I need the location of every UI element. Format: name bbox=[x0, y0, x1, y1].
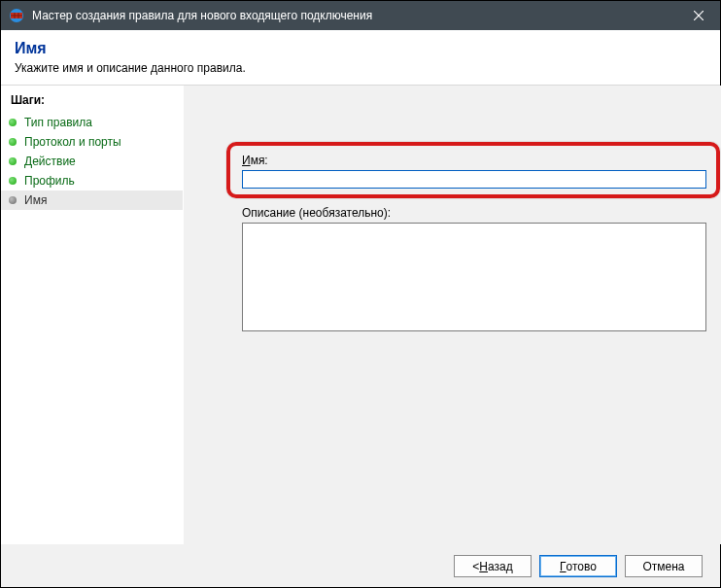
steps-caption: Шаги: bbox=[1, 89, 183, 113]
steps-sidebar: Шаги: Тип правила Протокол и порты Дейст… bbox=[1, 86, 184, 544]
step-rule-type[interactable]: Тип правила bbox=[1, 113, 183, 132]
step-profile[interactable]: Профиль bbox=[1, 171, 183, 190]
page-subtitle: Укажите имя и описание данного правила. bbox=[15, 61, 706, 75]
name-field-group: Имя: bbox=[242, 154, 706, 189]
step-label: Тип правила bbox=[24, 116, 92, 129]
titlebar: Мастер создания правила для нового входя… bbox=[1, 1, 720, 30]
bullet-icon bbox=[9, 157, 17, 165]
finish-button[interactable]: Готово bbox=[539, 555, 617, 577]
step-name[interactable]: Имя bbox=[1, 190, 183, 210]
firewall-icon bbox=[9, 8, 24, 23]
close-button[interactable] bbox=[677, 1, 720, 30]
step-label: Имя bbox=[24, 193, 47, 207]
step-label: Действие bbox=[24, 155, 76, 168]
bullet-icon bbox=[9, 196, 17, 204]
wizard-body: Шаги: Тип правила Протокол и порты Дейст… bbox=[1, 85, 720, 544]
window-title: Мастер создания правила для нового входя… bbox=[32, 9, 372, 22]
description-label: Описание (необязательно): bbox=[242, 206, 706, 220]
wizard-window: Мастер создания правила для нового входя… bbox=[0, 0, 721, 588]
step-label: Профиль bbox=[24, 174, 75, 188]
page-title: Имя bbox=[15, 40, 706, 57]
cancel-button[interactable]: Отмена bbox=[625, 555, 703, 577]
step-action[interactable]: Действие bbox=[1, 152, 183, 171]
description-input[interactable] bbox=[242, 223, 706, 331]
name-input[interactable] bbox=[242, 170, 706, 189]
step-protocol-ports[interactable]: Протокол и порты bbox=[1, 132, 183, 152]
wizard-footer: < Назад Готово Отмена bbox=[1, 544, 720, 587]
back-button[interactable]: < Назад bbox=[454, 555, 532, 577]
description-field-group: Описание (необязательно): bbox=[242, 206, 706, 334]
content-pane: Имя: Описание (необязательно): bbox=[184, 86, 721, 544]
step-label: Протокол и порты bbox=[24, 135, 121, 149]
bullet-icon bbox=[9, 119, 17, 126]
name-label: Имя: bbox=[242, 154, 706, 167]
wizard-header: Имя Укажите имя и описание данного прави… bbox=[1, 30, 720, 85]
bullet-icon bbox=[9, 177, 17, 185]
bullet-icon bbox=[9, 138, 17, 146]
